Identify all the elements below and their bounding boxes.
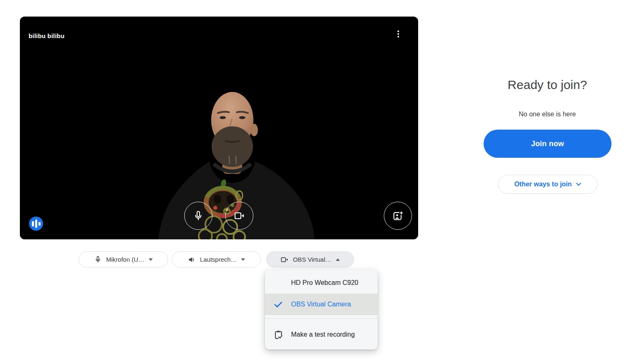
menu-item-hd-pro-webcam[interactable]: HD Pro Webcam C920 xyxy=(265,272,378,294)
camera-device-selector[interactable]: OBS Virtual… xyxy=(266,251,354,268)
more-options-button[interactable] xyxy=(390,26,407,42)
chevron-down-icon xyxy=(149,258,153,261)
selected-microphone-label: Mikrofon (U… xyxy=(106,256,144,263)
chevron-down-icon xyxy=(576,183,581,186)
check-icon xyxy=(273,299,283,309)
speaker-device-selector[interactable]: Lautsprech… xyxy=(172,251,261,268)
audio-bar xyxy=(35,219,37,228)
page-title: Ready to join? xyxy=(469,78,626,92)
mute-microphone-button[interactable] xyxy=(184,202,212,230)
menu-item-obs-virtual-camera[interactable]: OBS Virtual Camera xyxy=(265,294,378,315)
menu-divider xyxy=(265,318,378,319)
turn-off-camera-button[interactable] xyxy=(225,202,253,230)
visual-effects-button[interactable] xyxy=(384,202,412,230)
join-now-button[interactable]: Join now xyxy=(484,130,612,158)
clipboard-check-icon xyxy=(273,330,284,340)
selected-camera-label: OBS Virtual… xyxy=(293,256,331,263)
participants-status-text: No one else is here xyxy=(469,111,626,118)
videocam-icon xyxy=(234,210,245,222)
chevron-up-icon xyxy=(336,258,340,261)
meet-prejoin-page: bilibu bilibu xyxy=(0,0,626,364)
selected-speaker-label: Lautsprech… xyxy=(200,256,237,263)
menu-item-test-recording[interactable]: Make a test recording xyxy=(265,323,378,346)
other-ways-label: Other ways to join xyxy=(514,181,572,188)
microphone-icon xyxy=(193,210,204,222)
participant-video xyxy=(20,17,418,239)
camera-menu: HD Pro Webcam C920 OBS Virtual Camera Ma… xyxy=(265,270,378,350)
other-ways-to-join-button[interactable]: Other ways to join xyxy=(498,175,597,194)
chevron-down-icon xyxy=(241,258,245,261)
visual-effects-sparkle-icon xyxy=(392,210,404,222)
menu-item-label: Make a test recording xyxy=(291,331,355,338)
audio-level-indicator xyxy=(29,217,43,231)
menu-item-label: OBS Virtual Camera xyxy=(291,301,351,308)
menu-item-label: HD Pro Webcam C920 xyxy=(291,279,358,287)
audio-bar xyxy=(32,221,34,227)
video-preview: bilibu bilibu xyxy=(20,17,418,239)
speaker-icon xyxy=(188,256,196,264)
microphone-icon xyxy=(94,256,102,263)
videocam-icon xyxy=(280,256,289,264)
audio-bar xyxy=(39,222,41,226)
participant-name: bilibu bilibu xyxy=(29,32,65,39)
microphone-device-selector[interactable]: Mikrofon (U… xyxy=(79,251,168,268)
vertical-ellipsis-icon xyxy=(394,29,403,39)
